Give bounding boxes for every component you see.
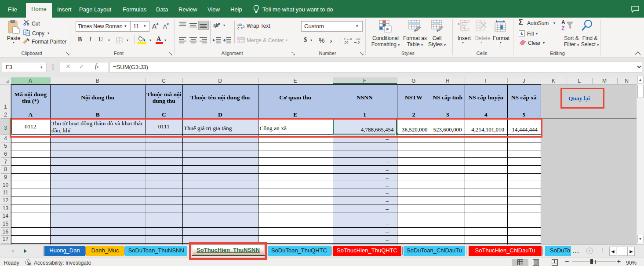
svg-text:c: c [237,26,240,29]
svg-text:.0: .0 [357,40,360,44]
svg-text:A: A [561,19,565,26]
svg-text:≠: ≠ [386,26,389,32]
svg-text:Z: Z [561,26,564,32]
svg-text:.00: .00 [344,40,348,44]
